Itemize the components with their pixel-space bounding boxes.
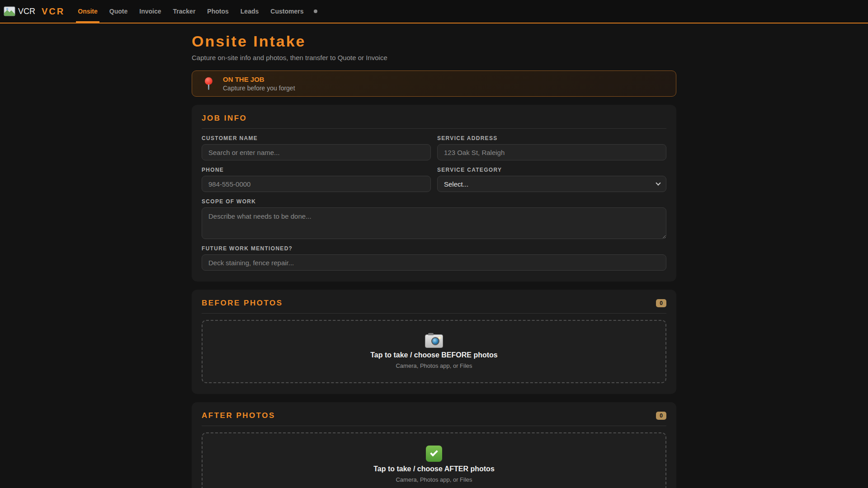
nav-item-leads[interactable]: Leads (239, 0, 260, 23)
after-photos-count-badge: 0 (656, 412, 666, 420)
broken-image-icon (4, 6, 15, 16)
after-photos-heading: AFTER PHOTOS (202, 411, 275, 420)
service-address-field: SERVICE ADDRESS (437, 135, 666, 160)
after-drop-title: Tap to take / choose AFTER photos (373, 465, 495, 473)
nav-item-quote[interactable]: Quote (108, 0, 129, 23)
service-address-label: SERVICE ADDRESS (437, 135, 666, 141)
main-nav: Onsite Quote Invoice Tracker Photos Lead… (72, 0, 309, 23)
before-photos-card: BEFORE PHOTOS 0 Tap to take / choose BEF… (192, 290, 676, 394)
on-the-job-banner: ON THE JOB Capture before you forget (192, 70, 676, 97)
divider (202, 426, 666, 426)
nav-item-customers[interactable]: Customers (269, 0, 305, 23)
after-photos-card: AFTER PHOTOS 0 Tap to take / choose AFTE… (192, 402, 676, 488)
service-category-field: SERVICE CATEGORY Select... (437, 167, 666, 192)
service-category-label: SERVICE CATEGORY (437, 167, 666, 173)
logo-alt-text: VCR (18, 7, 35, 16)
job-info-card: JOB INFO CUSTOMER NAME SERVICE ADDRESS P… (192, 105, 676, 282)
status-dot (314, 9, 317, 13)
phone-input[interactable] (202, 176, 431, 192)
brand-name: VCR (42, 6, 65, 17)
nav-item-photos[interactable]: Photos (205, 0, 230, 23)
banner-text: ON THE JOB Capture before you forget (223, 75, 295, 92)
page-subtitle: Capture on-site info and photos, then tr… (192, 54, 676, 61)
before-photos-heading: BEFORE PHOTOS (202, 299, 283, 308)
customer-name-input[interactable] (202, 144, 431, 160)
before-drop-subtitle: Camera, Photos app, or Files (396, 362, 472, 369)
camera-icon (425, 334, 443, 348)
nav-item-tracker[interactable]: Tracker (171, 0, 198, 23)
service-category-select[interactable]: Select... (437, 176, 666, 192)
before-drop-title: Tap to take / choose BEFORE photos (370, 351, 498, 359)
scope-of-work-label: SCOPE OF WORK (202, 198, 666, 205)
future-work-label: FUTURE WORK MENTIONED? (202, 245, 666, 252)
page-title: Onsite Intake (192, 33, 676, 50)
round-pushpin-icon (204, 77, 213, 90)
future-work-input[interactable] (202, 254, 666, 271)
banner-title: ON THE JOB (223, 75, 295, 83)
check-icon (426, 446, 442, 462)
nav-item-onsite[interactable]: Onsite (76, 0, 99, 23)
job-info-heading: JOB INFO (202, 114, 247, 123)
phone-label: PHONE (202, 167, 431, 173)
future-work-field: FUTURE WORK MENTIONED? (202, 245, 666, 271)
logo[interactable]: VCR VCR (4, 0, 72, 23)
top-nav-bar: VCR VCR Onsite Quote Invoice Tracker Pho… (0, 0, 868, 23)
before-photos-drop-zone[interactable]: Tap to take / choose BEFORE photos Camer… (202, 320, 666, 383)
after-photos-drop-zone[interactable]: Tap to take / choose AFTER photos Camera… (202, 432, 666, 488)
banner-subtitle: Capture before you forget (223, 84, 295, 92)
scope-of-work-textarea[interactable] (202, 207, 666, 239)
after-drop-subtitle: Camera, Photos app, or Files (396, 476, 472, 483)
service-address-input[interactable] (437, 144, 666, 160)
nav-item-invoice[interactable]: Invoice (137, 0, 163, 23)
onsite-intake-page: Onsite Intake Capture on-site info and p… (192, 23, 676, 488)
scope-of-work-field: SCOPE OF WORK (202, 198, 666, 239)
phone-field: PHONE (202, 167, 431, 192)
divider (202, 313, 666, 314)
divider (202, 128, 666, 129)
customer-name-label: CUSTOMER NAME (202, 135, 431, 141)
customer-name-field: CUSTOMER NAME (202, 135, 431, 160)
before-photos-count-badge: 0 (656, 299, 666, 307)
